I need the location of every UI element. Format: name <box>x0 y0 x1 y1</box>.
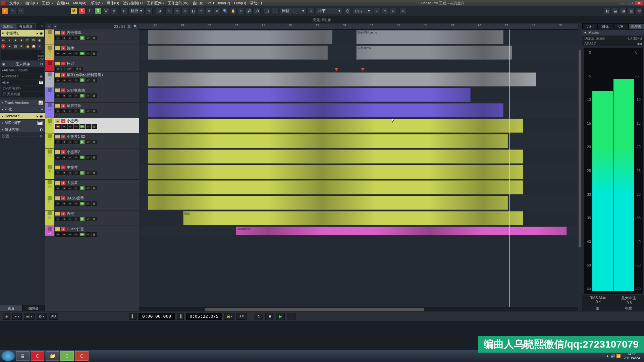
marker[interactable]: 5 <box>361 68 365 71</box>
snap-icon[interactable]: ⋮⋮ <box>272 8 278 14</box>
clip[interactable]: Guitar扫弦 <box>236 227 567 235</box>
btn-m[interactable]: m <box>1 38 6 43</box>
quantize-apply-icon[interactable]: Q <box>344 8 351 14</box>
menu-workspace[interactable]: 工作空间(W) <box>166 1 191 6</box>
menu-window[interactable]: 窗口(I) <box>191 1 205 6</box>
track-row[interactable]: 5m s 铺底弦乐●◄e⊪RW▦ <box>45 103 139 118</box>
task-app2[interactable]: C <box>75 351 89 361</box>
section-track-versions[interactable]: ▸Track Versions📊 <box>0 100 45 106</box>
btn-r[interactable]: ■ <box>13 38 18 43</box>
window-maximize[interactable]: ❐ <box>627 1 635 5</box>
horizontal-scrollbar[interactable] <box>139 307 578 311</box>
color-tool-icon[interactable]: ◫ <box>264 8 270 14</box>
clip[interactable] <box>148 103 503 117</box>
quantize-dropdown[interactable]: 1/16▾ <box>352 8 372 14</box>
add-track-icon[interactable]: + <box>47 24 51 29</box>
section-chords[interactable]: ▸和弦≡ <box>0 106 45 112</box>
bottab-editor[interactable]: 编辑器 <box>22 305 45 311</box>
menu-vstcloud[interactable]: VST Cloud(V) <box>205 1 232 5</box>
clip[interactable] <box>148 119 523 133</box>
btn-e[interactable]: ◉ <box>37 38 42 43</box>
bottab-track[interactable]: 轨道 <box>0 305 22 311</box>
task-folder[interactable]: 📁 <box>46 351 59 361</box>
menu-media[interactable]: 媒体(D) <box>105 1 121 6</box>
track-row[interactable]: 11m s BASS提琴●◄e⊪RW▦ <box>45 195 139 210</box>
rbottab-main[interactable]: 主 <box>582 305 613 311</box>
zone-far-icon[interactable]: ▥ <box>628 8 635 14</box>
marker-right-icon[interactable]: ▐ <box>177 313 184 320</box>
playhead[interactable] <box>509 29 509 307</box>
auto-scroll-icon[interactable]: ⬆ <box>120 8 127 14</box>
clip[interactable] <box>148 72 536 86</box>
track-row[interactable]: 7m s 小提琴1 02●◄e⊪RW▦ <box>45 133 139 149</box>
section-instrument[interactable]: ▸Kontakt 5▸ ◉ <box>0 113 45 119</box>
volume-slider[interactable]: 3.15R300.00 <box>1 50 44 60</box>
layout-icon[interactable]: ≡ <box>399 8 406 14</box>
task-app1[interactable]: C <box>60 351 74 361</box>
clip[interactable]: 人声demo <box>356 46 512 60</box>
comp-tool-icon[interactable]: ✋ <box>230 8 236 14</box>
menu-workarea[interactable]: 工作区(W) <box>145 1 166 6</box>
lock-icon[interactable]: 🔒▾ <box>224 313 234 320</box>
solo-global[interactable]: S <box>78 8 85 14</box>
midi-edit-icon[interactable]: 🎹 <box>38 79 44 85</box>
grid-icon[interactable]: # <box>308 8 315 14</box>
system-tray[interactable]: ▲ 🔊 📶 14:582019/4/24 <box>606 352 643 360</box>
draw-tool-icon[interactable]: ✎ <box>181 8 188 14</box>
task-explorer[interactable]: 🖥 <box>16 351 30 361</box>
menu-midi[interactable]: MIDI(M) <box>71 1 89 5</box>
menu-edit[interactable]: 编辑(E) <box>23 1 40 6</box>
clip[interactable] <box>148 180 523 194</box>
marker-left-icon[interactable]: ▌ <box>129 313 137 320</box>
aes-row[interactable]: AES17◀◀ <box>582 41 644 46</box>
midi-channel[interactable]: ◀ 1 ▶ <box>1 79 37 85</box>
track-row[interactable]: 6m s 小提琴1●◄e⊪RW▦ <box>45 118 139 133</box>
punch-in-icon[interactable]: ● ▾ <box>12 313 22 320</box>
time-secondary[interactable]: 0:05:22.075 <box>186 313 222 320</box>
mute-tool-icon[interactable]: ✕ <box>214 8 220 14</box>
rbottab-loudness[interactable]: 响度 <box>613 305 644 311</box>
quantize-reset-icon[interactable]: ↻ <box>390 8 396 14</box>
section-midi-mod[interactable]: ▸MIDI 调节🎹 <box>0 120 45 126</box>
beat-dropdown[interactable]: 小节▾ <box>316 8 343 14</box>
track-row[interactable]: 12m s 吉他●◄e⊪RW▦ <box>45 210 139 226</box>
ruler[interactable]: 25293337414549535761656973778185 <box>139 23 578 29</box>
patch-name[interactable]: 🎵 <新名称> <box>1 85 44 91</box>
gear-icon[interactable]: ⚙ <box>40 134 43 138</box>
monitor[interactable]: ◄ <box>7 44 12 49</box>
menu-score[interactable]: 乐谱(S) <box>89 1 105 6</box>
quantize-soft-icon[interactable]: ⅟₂ <box>374 8 380 14</box>
write-global[interactable]: W <box>103 8 109 14</box>
rtab-meter[interactable]: 电平表 <box>629 23 644 29</box>
record-enable[interactable]: ● <box>1 44 6 49</box>
marker[interactable]: 6 <box>334 68 338 71</box>
play-tool-icon[interactable]: 🔊 <box>246 8 253 14</box>
undo-icon[interactable]: ↶ <box>9 8 16 14</box>
rtab-cr[interactable]: CR <box>613 23 629 29</box>
scale-row[interactable]: Digital Scale-18 dBFS <box>582 36 644 41</box>
auto-global[interactable]: A <box>111 8 117 14</box>
erase-tool-icon[interactable]: ◧ <box>190 8 196 14</box>
track-row[interactable]: 8m s 小提琴2●◄e⊪RW▦ <box>45 149 139 164</box>
zone-bottom-icon[interactable]: ⬓ <box>612 8 619 14</box>
clip[interactable] <box>148 88 470 102</box>
start-button[interactable] <box>1 351 15 361</box>
loop-button[interactable]: ↻ <box>255 313 263 320</box>
clip[interactable] <box>148 165 523 179</box>
aq-button[interactable]: AQ <box>49 313 58 320</box>
clip[interactable] <box>148 149 523 164</box>
grid-type-dropdown[interactable]: 网格▾ <box>280 8 307 14</box>
menu-project[interactable]: 工程(I) <box>40 1 55 6</box>
track-row[interactable]: 1m s 吉他弹唱●◄e⊪RW▦ <box>45 29 139 45</box>
btn-ww[interactable]: W <box>31 38 36 43</box>
track-row[interactable]: m s 标记定位循环播放 <box>45 60 139 72</box>
window-minimize[interactable]: ─ <box>619 1 627 5</box>
warp-tool-icon[interactable]: ⫸ <box>238 8 245 14</box>
zone-right-icon[interactable]: ◨ <box>620 8 627 14</box>
btn-drum[interactable]: 🥁 <box>31 44 36 49</box>
glue-tool-icon[interactable]: ⬌ <box>206 8 212 14</box>
setup-icon[interactable]: ⚙ <box>636 8 643 14</box>
stop-button[interactable]: ■ <box>265 313 274 320</box>
zoom-tool-icon[interactable]: 🔍 <box>222 8 228 14</box>
combine-tool-icon[interactable]: ⬚▾ <box>156 8 162 14</box>
